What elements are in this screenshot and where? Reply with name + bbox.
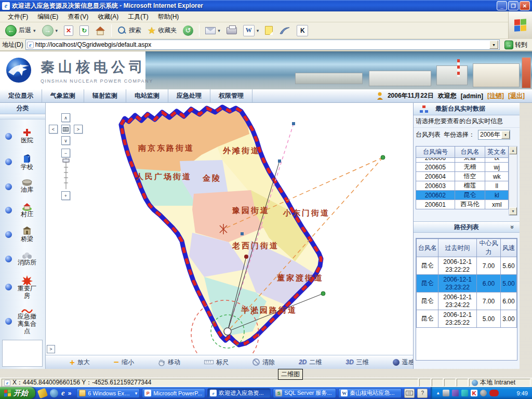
- map-viewport[interactable]: 南京东路街道 外滩街道 人民广场街道 金陵 豫园街道 小东门街道 老西门街道 董…: [46, 103, 413, 369]
- notes-button[interactable]: [263, 25, 275, 36]
- menu-view[interactable]: 查看(V): [63, 11, 93, 22]
- zoom-slider[interactable]: [62, 158, 70, 189]
- exit-link[interactable]: [退出]: [508, 91, 525, 100]
- tray-app-icon[interactable]: [452, 390, 459, 396]
- menu-help[interactable]: 帮助(H): [153, 11, 184, 22]
- print-button[interactable]: [224, 26, 239, 35]
- expand-panel-button[interactable]: >: [47, 345, 55, 353]
- typhoon-table-body[interactable]: 200606太虚tx 200605无稽wj 200604悟空wk 200603榴…: [416, 158, 509, 216]
- year-dropdown-button[interactable]: ▾: [501, 131, 510, 139]
- menu-file[interactable]: 文件(F): [3, 11, 33, 22]
- tab-radiation[interactable]: 辐射监测: [84, 89, 126, 102]
- col-typhoon-id[interactable]: 台风编号: [416, 147, 455, 158]
- tray-ati-icon[interactable]: [489, 390, 499, 396]
- zoom-in-step-button[interactable]: +: [61, 191, 70, 200]
- table-row[interactable]: 昆仑2006-12-1 23:25:225.003.00: [417, 310, 517, 328]
- mail-dropdown-icon[interactable]: ▾: [218, 28, 220, 33]
- view-3d-tool[interactable]: 3D三维: [345, 358, 368, 367]
- task-windows-explorer-group[interactable]: 6 Windows Expl... ▾: [76, 388, 140, 398]
- history-button[interactable]: ↺: [181, 24, 195, 37]
- collapse-chevron-icon[interactable]: »: [509, 225, 516, 229]
- hide-icons-chevron[interactable]: ▲: [436, 391, 440, 395]
- district-map[interactable]: 南京东路街道 外滩街道 人民广场街道 金陵 豫园街道 小东门街道 老西门街道 董…: [46, 103, 413, 355]
- toggle-sphere-icon[interactable]: [5, 231, 12, 238]
- scroll-up-button[interactable]: ▲: [509, 147, 517, 154]
- mail-button[interactable]: ▾: [203, 26, 222, 35]
- view-2d-tool[interactable]: 2D二维: [299, 358, 322, 367]
- edit-word-button[interactable]: W ▾: [241, 24, 261, 37]
- clear-tool[interactable]: 清除: [252, 358, 275, 367]
- tray-sql-icon[interactable]: [443, 390, 449, 396]
- col-name[interactable]: 台风名: [417, 239, 438, 257]
- task-ie-emergency-system[interactable]: e 欢迎进入应急资...: [207, 388, 271, 398]
- search-button[interactable]: 搜索: [115, 25, 143, 36]
- sidebar-item-village[interactable]: 村庄: [0, 203, 46, 218]
- forward-button[interactable]: → ▾: [40, 24, 60, 37]
- col-speed[interactable]: 风速: [501, 239, 517, 257]
- address-input[interactable]: [35, 41, 488, 48]
- toggle-sphere-icon[interactable]: [5, 284, 12, 290]
- tray-grid-icon[interactable]: [461, 390, 468, 396]
- table-row[interactable]: 昆仑2006-12-1 23:22:227.005.60: [417, 257, 517, 275]
- zoom-out-tool[interactable]: −缩小: [114, 358, 134, 367]
- sidebar-item-fire-station[interactable]: 消防所: [0, 252, 46, 267]
- tab-permissions[interactable]: 权限管理: [210, 89, 252, 102]
- table-row-selected[interactable]: 昆仑2006-12-1 23:23:226.005.00: [417, 275, 517, 292]
- typhoon-table-scrollbar[interactable]: ▲ ▼: [509, 146, 517, 216]
- tab-station[interactable]: 电站监测: [126, 89, 168, 102]
- task-word-document[interactable]: W 秦山核电站应急...: [338, 388, 402, 398]
- back-button[interactable]: ← 后退 ▾: [3, 24, 38, 37]
- quill-tool-button[interactable]: [277, 25, 292, 36]
- table-row[interactable]: 200603榴莲ll: [416, 181, 509, 191]
- quick-launch-network-icon[interactable]: [50, 389, 58, 397]
- home-button[interactable]: [93, 25, 108, 36]
- table-row[interactable]: 200604悟空wk: [416, 172, 509, 181]
- go-button[interactable]: → 转到: [502, 40, 530, 50]
- sidebar-item-hospital[interactable]: 医院: [0, 128, 46, 144]
- refresh-button[interactable]: ↻: [77, 24, 91, 37]
- favorites-button[interactable]: ★ 收藏夹: [145, 24, 179, 37]
- restore-button[interactable]: ❐: [508, 1, 518, 10]
- table-row[interactable]: 昆仑2006-12-1 23:24:227.006.00: [417, 292, 517, 310]
- sidebar-item-important-plant[interactable]: 重要厂房: [0, 275, 46, 300]
- pan-left-button[interactable]: <: [49, 125, 58, 134]
- toggle-sphere-icon[interactable]: [5, 318, 12, 325]
- close-button[interactable]: ✕: [520, 1, 530, 10]
- menu-favorites[interactable]: 收藏(A): [93, 11, 123, 22]
- table-row-selected[interactable]: 200602昆仑kl: [416, 191, 509, 200]
- quick-launch-pen-icon[interactable]: [37, 388, 48, 398]
- logout-link[interactable]: [注销]: [487, 91, 504, 100]
- stop-button[interactable]: ✕: [62, 24, 75, 37]
- quick-launch-ie-icon[interactable]: e: [61, 389, 65, 397]
- toggle-sphere-icon[interactable]: [5, 207, 12, 214]
- zoom-in-tool[interactable]: +放大: [70, 358, 90, 367]
- pan-right-button[interactable]: >: [74, 125, 83, 134]
- task-sql-server[interactable]: S SQL Server 服务...: [273, 388, 336, 398]
- col-time[interactable]: 过去时间: [438, 239, 476, 257]
- menu-tools[interactable]: 工具(T): [123, 11, 153, 22]
- col-typhoon-en[interactable]: 英文名: [485, 147, 509, 158]
- tray-kaspersky-icon[interactable]: K: [471, 390, 477, 396]
- back-dropdown-icon[interactable]: ▾: [33, 28, 36, 33]
- toggle-sphere-icon[interactable]: [5, 133, 12, 140]
- sidebar-item-school[interactable]: 学校: [0, 153, 46, 171]
- forward-dropdown-icon[interactable]: ▾: [56, 28, 58, 33]
- ruler-tool[interactable]: 标尺: [204, 358, 229, 367]
- tab-weather[interactable]: 气象监测: [42, 89, 84, 102]
- table-row[interactable]: 200605无稽wj: [416, 163, 509, 172]
- pan-down-button[interactable]: ∨: [61, 136, 70, 145]
- sidebar-item-assembly-point[interactable]: 应急撤离集合点: [0, 308, 46, 335]
- table-row[interactable]: 200601西马伦xml: [416, 200, 509, 209]
- pan-tool[interactable]: 移动: [158, 358, 180, 367]
- edit-dropdown-icon[interactable]: ▾: [257, 28, 259, 33]
- table-row[interactable]: 200606太虚tx: [416, 158, 509, 163]
- tab-positioning[interactable]: 定位显示: [0, 89, 42, 102]
- path-list-header[interactable]: 路径列表 »: [414, 221, 520, 233]
- full-extent-button[interactable]: [61, 125, 70, 134]
- col-center-wind[interactable]: 中心风力: [476, 239, 500, 257]
- zoom-out-step-button[interactable]: −: [61, 149, 70, 157]
- menu-edit[interactable]: 编辑(E): [33, 11, 63, 22]
- toggle-sphere-icon[interactable]: [5, 158, 12, 165]
- tab-emergency[interactable]: 应急处理: [168, 89, 210, 102]
- toggle-sphere-icon[interactable]: [5, 183, 12, 190]
